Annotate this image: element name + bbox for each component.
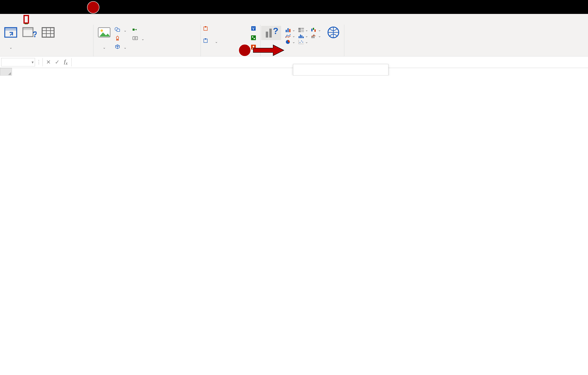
- svg-rect-29: [286, 30, 287, 32]
- tab-developer[interactable]: [87, 18, 90, 21]
- pie-chart-button[interactable]: ⌄: [285, 39, 295, 44]
- 3d-models-button[interactable]: ⌄: [115, 44, 127, 51]
- ribbon: ⌄ ? ⌄: [0, 25, 588, 56]
- svg-rect-42: [303, 37, 304, 38]
- maps-button[interactable]: [325, 26, 342, 39]
- tab-pagelayout[interactable]: [35, 18, 38, 21]
- icons-icon: [115, 36, 120, 42]
- column-chart-button[interactable]: ⌄: [285, 27, 295, 32]
- arrow-3-icon: [252, 42, 286, 58]
- tab-formulas[interactable]: [45, 18, 49, 21]
- recommended-pivottables-button[interactable]: ?: [21, 26, 38, 39]
- pictures-icon: [97, 27, 111, 38]
- tab-help[interactable]: [97, 18, 100, 21]
- svg-point-48: [300, 42, 300, 43]
- tab-data[interactable]: [56, 18, 59, 21]
- enter-formula-button[interactable]: ✓: [53, 59, 62, 65]
- statistic-chart-button[interactable]: ⌄: [298, 33, 308, 39]
- svg-point-49: [301, 41, 302, 41]
- svg-rect-13: [117, 29, 120, 31]
- svg-point-50: [302, 42, 303, 42]
- svg-rect-40: [300, 35, 301, 38]
- recommended-charts-button[interactable]: ?: [261, 26, 281, 40]
- combo-chart-button[interactable]: ⌄: [311, 33, 321, 39]
- tab-review[interactable]: [66, 18, 69, 21]
- bing-maps-addin-icon[interactable]: [251, 35, 256, 42]
- svg-rect-34: [301, 29, 304, 32]
- callout-3: [239, 44, 251, 56]
- cancel-formula-button[interactable]: ✕: [44, 59, 53, 65]
- get-addins-icon: [203, 26, 209, 33]
- fx-button[interactable]: fx: [62, 58, 70, 66]
- table-icon: [41, 27, 55, 38]
- svg-rect-35: [298, 30, 301, 32]
- svg-rect-15: [133, 37, 137, 40]
- svg-rect-23: [251, 35, 256, 40]
- svg-rect-37: [313, 28, 314, 30]
- svg-rect-18: [205, 26, 206, 27]
- svg-rect-3: [23, 28, 33, 30]
- worksheet[interactable]: [0, 68, 588, 75]
- scatter-chart-button[interactable]: ⌄: [298, 39, 308, 44]
- illustrations-group-label: [94, 54, 200, 56]
- svg-text:?: ?: [32, 30, 37, 38]
- ribbon-tabs: [0, 14, 588, 25]
- svg-rect-27: [269, 29, 272, 38]
- pictures-button[interactable]: ⌄: [96, 26, 113, 51]
- svg-text:?: ?: [273, 26, 278, 36]
- recommended-charts-icon: ?: [264, 27, 278, 39]
- svg-rect-20: [205, 38, 206, 40]
- screenshot-button[interactable]: ⌄: [132, 35, 144, 42]
- icons-button[interactable]: [115, 35, 127, 42]
- callout-2: [87, 1, 99, 13]
- select-all-corner[interactable]: [0, 68, 12, 75]
- svg-rect-26: [266, 31, 268, 38]
- svg-rect-41: [301, 35, 302, 38]
- svg-rect-30: [287, 28, 289, 32]
- addins-group-label: [201, 54, 260, 56]
- svg-rect-1: [5, 28, 17, 31]
- waterfall-chart-button[interactable]: ⌄: [311, 27, 321, 32]
- shapes-button[interactable]: ⌄: [115, 27, 127, 34]
- pivottable-button[interactable]: ⌄: [2, 26, 19, 51]
- tab-home[interactable]: [14, 18, 18, 21]
- svg-rect-5: [42, 28, 54, 37]
- 3d-models-icon: [115, 44, 120, 51]
- tables-group-label: [0, 54, 93, 56]
- svg-rect-39: [299, 36, 300, 38]
- svg-rect-52: [253, 48, 273, 52]
- svg-rect-14: [133, 29, 135, 31]
- screenshot-icon: [132, 36, 138, 42]
- my-addins-icon: [203, 38, 209, 45]
- svg-point-16: [134, 37, 136, 39]
- table-button[interactable]: [40, 26, 56, 39]
- svg-point-11: [101, 29, 103, 32]
- pictures-label: ⌄: [103, 39, 106, 50]
- svg-rect-36: [311, 29, 313, 31]
- line-chart-button[interactable]: ⌄: [285, 33, 295, 39]
- pivottable-icon: [4, 27, 18, 38]
- my-addins-button[interactable]: ⌄: [203, 38, 218, 45]
- svg-rect-33: [301, 28, 304, 29]
- name-box[interactable]: ▾: [1, 58, 35, 66]
- shapes-icon: [115, 27, 120, 34]
- recommended-charts-tooltip: [293, 64, 388, 75]
- svg-rect-38: [315, 29, 316, 32]
- visio-addin-icon[interactable]: V: [251, 25, 256, 33]
- svg-rect-31: [289, 29, 290, 32]
- tab-view[interactable]: [76, 18, 80, 21]
- get-addins-button[interactable]: [203, 26, 210, 33]
- svg-rect-32: [298, 28, 301, 30]
- maps-icon: [326, 27, 340, 38]
- pivottable-label: ⌄: [9, 39, 12, 50]
- smartart-button[interactable]: [132, 27, 144, 34]
- recommended-pivottables-icon: ?: [22, 27, 37, 38]
- svg-text:V: V: [252, 27, 254, 31]
- smartart-icon: [132, 27, 138, 34]
- tab-file[interactable]: [4, 18, 7, 21]
- tab-insert[interactable]: [25, 15, 28, 24]
- hierarchy-chart-button[interactable]: ⌄: [298, 27, 308, 32]
